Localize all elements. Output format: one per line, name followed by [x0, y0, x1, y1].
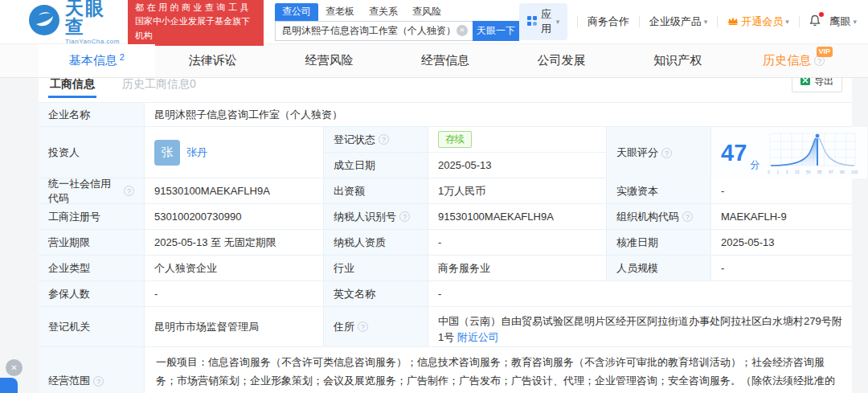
nearby-companies-link[interactable]: 附近公司 [457, 331, 499, 343]
field-label: 企业类型 [39, 256, 145, 280]
field-label: 纳税人识别号 [324, 204, 428, 229]
tab-basic-info[interactable]: 基本信息 2 [39, 44, 155, 77]
eagle-eye-label: 鹰眼 [829, 14, 850, 29]
score-unit: 分 [750, 158, 760, 172]
table-row: 营业期限 2025-05-13 至 无固定期限 纳税人资质 - 核准日期 202… [39, 229, 852, 255]
eagle-eye-menu[interactable]: 鹰眼 ▾ [829, 14, 857, 29]
subtab-business-registration[interactable]: 工商信息 [48, 78, 96, 98]
approval-date-value: 2025-05-13 [711, 230, 852, 255]
tab-company-development[interactable]: 公司发展 [503, 44, 620, 77]
tab-operating-risk[interactable]: 经营风险 [271, 44, 387, 77]
search-tab-company[interactable]: 查公司 [275, 3, 318, 21]
apps-grid-icon [527, 16, 537, 28]
chevron-down-icon: ▾ [556, 18, 560, 26]
help-icon[interactable] [379, 134, 389, 145]
tab-count-badge: 2 [120, 52, 125, 62]
field-label: 成立日期 [324, 153, 428, 178]
menu-divider [639, 16, 640, 27]
tab-label: 法律诉讼 [189, 53, 237, 68]
field-label: 实缴资本 [607, 178, 711, 203]
tab-label: 知识产权 [653, 53, 702, 68]
avatar[interactable]: 张 [154, 140, 180, 166]
enterprise-products-menu[interactable]: 企业级产品 ▾ [649, 14, 708, 29]
field-label: 统一社会信用代码 [39, 178, 145, 203]
taxpayer-quality-value: - [428, 230, 607, 255]
search-button[interactable]: 天眼一下 [473, 21, 519, 41]
search-tab-boss[interactable]: 查老板 [318, 3, 362, 21]
search-tab-risk[interactable]: 查风险 [405, 3, 448, 21]
close-icon[interactable] [6, 359, 23, 376]
tab-label: 经营风险 [305, 53, 353, 68]
help-icon[interactable] [682, 211, 693, 222]
field-label: 投资人 [39, 127, 145, 178]
company-nav: 基本信息 2 法律诉讼 经营风险 经营信息 公司发展 知识产权 VIP 历史信息 [0, 44, 868, 78]
field-label: 组织机构代码 [607, 204, 711, 229]
table-row: 登记机关 昆明市市场监督管理局 住所 中国（云南）自由贸易试验区昆明片区经开区阿… [39, 306, 852, 346]
floating-widget[interactable] [0, 378, 18, 393]
field-label: 登记机关 [39, 307, 145, 346]
field-label: 行业 [324, 256, 428, 280]
vip-badge: VIP [817, 47, 833, 57]
subtab-history-registration[interactable]: 历史工商信息0 [121, 78, 198, 98]
export-label: 导出 [814, 78, 833, 88]
help-icon[interactable] [358, 321, 368, 332]
help-icon[interactable] [93, 376, 104, 387]
chevron-down-icon: ▾ [853, 18, 857, 26]
menu-divider [799, 16, 800, 27]
notification-dot [819, 12, 824, 17]
menu-divider [577, 16, 578, 27]
logo-title: 天眼查 [65, 0, 120, 36]
menu-divider [717, 16, 718, 27]
field-label: 纳税人资质 [324, 230, 428, 255]
investor-cell: 张 张丹 [145, 127, 324, 178]
table-row: 经营范围 一般项目：信息咨询服务（不含许可类信息咨询服务）；信息技术咨询服务；教… [39, 346, 852, 393]
table-row: 参保人数 - 英文名称 - [39, 280, 852, 306]
tab-label: 基本信息 [69, 53, 117, 68]
search-tab-relation[interactable]: 查关系 [362, 3, 405, 21]
tab-label: 经营信息 [421, 53, 469, 68]
tab-legal-proceedings[interactable]: 法律诉讼 [155, 44, 272, 77]
tab-label: 公司发展 [538, 53, 586, 68]
tab-operating-info[interactable]: 经营信息 [387, 44, 504, 77]
open-vip-label: 开通会员 [741, 14, 783, 29]
content-area: 工商信息 历史工商信息0 导出 企业名称 [0, 78, 868, 393]
address-cell: 中国（云南）自由贸易试验区昆明片区经开区阿拉街道办事处阿拉社区白水塘村279号附… [428, 307, 852, 346]
chevron-down-icon: ▾ [785, 18, 789, 26]
company-type-value: 个人独资企业 [145, 256, 324, 280]
field-label: 工商注册号 [39, 204, 145, 229]
export-button[interactable]: 导出 [792, 78, 842, 92]
company-name-value: 昆明沐熙子信息咨询工作室（个人独资） [145, 103, 852, 126]
field-label: 天眼评分 [607, 127, 711, 178]
business-scope-value: 一般项目：信息咨询服务（不含许可类信息咨询服务）；信息技术咨询服务；教育咨询服务… [145, 347, 852, 393]
field-label: 登记状态 [324, 127, 428, 152]
table-row: 企业类型 个人独资企业 行业 商务服务业 人员规模 - [39, 255, 852, 280]
table-row: 企业名称 昆明沐熙子信息咨询工作室（个人独资） [39, 102, 852, 126]
field-label: 英文名称 [324, 281, 428, 306]
staff-size-value: - [711, 256, 852, 280]
search-input[interactable] [275, 21, 473, 41]
credit-code-value: 91530100MAEKAFLH9A [145, 178, 324, 203]
tab-intellectual-property[interactable]: 知识产权 [620, 44, 736, 77]
search-clear-icon[interactable] [457, 25, 468, 36]
tab-history-info[interactable]: VIP 历史信息 [735, 44, 852, 77]
cooperation-link[interactable]: 商务合作 [588, 14, 629, 29]
insured-count-value: - [145, 281, 324, 306]
help-icon[interactable] [661, 148, 672, 158]
field-label: 参保人数 [39, 281, 145, 306]
search-tabs: 查公司 查老板 查关系 查风险 [275, 3, 519, 21]
help-icon[interactable] [124, 186, 134, 196]
apps-menu[interactable]: 应用 ▾ [519, 3, 567, 40]
score-axis: 0131550859799100 [768, 170, 858, 174]
table-row: 工商注册号 530100200730990 纳税人识别号 91530100MAE… [39, 203, 852, 229]
field-label: 核准日期 [607, 230, 711, 255]
notification-bell-icon[interactable] [809, 14, 821, 30]
org-code-value: MAEKAFLH-9 [711, 204, 852, 229]
investor-link[interactable]: 张丹 [186, 145, 207, 160]
slogan-line2: 国家中小企业发展子基金旗下机构 [135, 14, 256, 42]
tianyancha-logo[interactable]: 天眼查 TianYanCha.com [28, 0, 120, 45]
chevron-down-icon: ▾ [704, 18, 708, 26]
score-value: 47 [721, 141, 747, 165]
help-icon[interactable] [399, 211, 410, 222]
status-badge: 存续 [438, 131, 472, 148]
open-vip-menu[interactable]: 开通会员 ▾ [727, 14, 789, 29]
